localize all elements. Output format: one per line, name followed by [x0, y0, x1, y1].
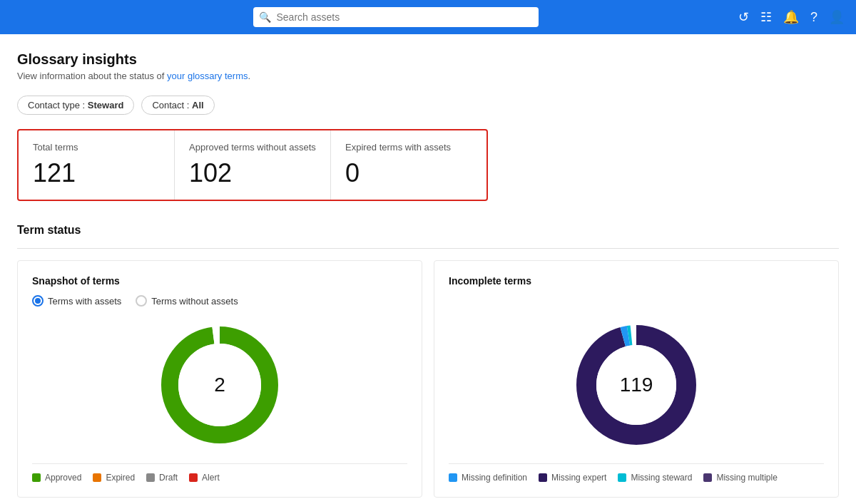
legend-missing-steward-label: Missing steward — [631, 473, 692, 483]
header-actions: ↺ ☷ 🔔 ? 👤 — [738, 9, 845, 25]
stats-container: Total terms 121 Approved terms without a… — [17, 129, 488, 201]
filter-contact[interactable]: Contact : All — [141, 96, 214, 115]
section-divider — [17, 248, 839, 249]
page-title: Glossary insights — [17, 51, 839, 68]
legend-missing-definition: Missing definition — [449, 473, 527, 483]
bell-icon[interactable]: 🔔 — [783, 9, 799, 25]
incomplete-legend: Missing definition Missing expert Missin… — [449, 463, 824, 483]
legend-missing-expert-label: Missing expert — [551, 473, 606, 483]
search-icon: 🔍 — [259, 11, 271, 23]
stat-approved-terms: Approved terms without assets 102 — [175, 130, 331, 200]
glossary-terms-link[interactable]: your glossary terms — [167, 71, 248, 81]
legend-missing-steward-swatch — [618, 473, 626, 482]
term-status-title: Term status — [17, 224, 839, 237]
stat-total-terms: Total terms 121 — [19, 130, 175, 200]
stat-expired-terms: Expired terms with assets 0 — [331, 130, 486, 200]
term-status-section: Term status Snapshot of terms Terms with… — [17, 224, 839, 498]
legend-expired-label: Expired — [106, 473, 135, 483]
charts-row: Snapshot of terms Terms with assets Term… — [17, 260, 839, 498]
app-header: 🔍 ↺ ☷ 🔔 ? 👤 — [0, 0, 856, 34]
incomplete-donut-wrap: 119 — [449, 321, 824, 449]
legend-missing-definition-swatch — [449, 473, 457, 482]
back-icon[interactable]: ↺ — [738, 9, 749, 25]
snapshot-donut: 2 — [156, 321, 284, 449]
legend-draft-swatch — [146, 473, 155, 482]
snapshot-legend: Approved Expired Draft Alert — [32, 463, 407, 483]
legend-approved: Approved — [32, 473, 81, 483]
stat-expired-terms-label: Expired terms with assets — [345, 142, 472, 153]
stat-approved-terms-value: 102 — [189, 158, 316, 188]
incomplete-donut: 119 — [572, 321, 700, 449]
stat-approved-terms-label: Approved terms without assets — [189, 142, 316, 153]
legend-alert: Alert — [189, 473, 220, 483]
stat-expired-terms-value: 0 — [345, 158, 472, 188]
filter-row: Contact type : Steward Contact : All — [17, 96, 839, 115]
snapshot-donut-wrap: 2 — [32, 321, 407, 449]
incomplete-panel: Incomplete terms — [434, 260, 839, 498]
legend-expired-swatch — [93, 473, 101, 482]
legend-alert-label: Alert — [202, 473, 220, 483]
person-icon[interactable]: 👤 — [829, 9, 845, 25]
legend-missing-multiple-swatch — [703, 473, 712, 482]
grid-icon[interactable]: ☷ — [760, 9, 772, 25]
snapshot-radio-group: Terms with assets Terms without assets — [32, 295, 407, 307]
snapshot-donut-center: 2 — [214, 374, 225, 396]
legend-missing-multiple-label: Missing multiple — [716, 473, 777, 483]
incomplete-donut-center: 119 — [620, 374, 653, 396]
page-content: Glossary insights View information about… — [0, 34, 856, 498]
help-icon[interactable]: ? — [810, 10, 817, 25]
legend-draft: Draft — [146, 473, 178, 483]
incomplete-panel-title: Incomplete terms — [449, 275, 824, 287]
radio-terms-with-assets-label: Terms with assets — [48, 296, 121, 307]
radio-terms-with-assets-circle — [32, 295, 44, 307]
snapshot-panel: Snapshot of terms Terms with assets Term… — [17, 260, 422, 498]
legend-missing-expert-swatch — [539, 473, 547, 482]
legend-missing-steward: Missing steward — [618, 473, 692, 483]
snapshot-panel-title: Snapshot of terms — [32, 275, 407, 287]
radio-terms-with-assets[interactable]: Terms with assets — [32, 295, 121, 307]
radio-terms-without-assets-circle — [136, 295, 147, 307]
legend-missing-definition-label: Missing definition — [462, 473, 527, 483]
legend-approved-label: Approved — [45, 473, 81, 483]
search-input[interactable] — [253, 7, 539, 27]
legend-approved-swatch — [32, 473, 41, 482]
legend-draft-label: Draft — [159, 473, 178, 483]
radio-terms-without-assets-label: Terms without assets — [151, 296, 238, 307]
stat-total-terms-value: 121 — [33, 158, 160, 188]
stat-total-terms-label: Total terms — [33, 142, 160, 153]
legend-missing-multiple: Missing multiple — [703, 473, 777, 483]
legend-missing-expert: Missing expert — [539, 473, 606, 483]
page-subtitle: View information about the status of you… — [17, 71, 839, 81]
search-container: 🔍 — [253, 7, 539, 27]
legend-alert-swatch — [189, 473, 198, 482]
filter-contact-type[interactable]: Contact type : Steward — [17, 96, 134, 115]
legend-expired: Expired — [93, 473, 135, 483]
radio-terms-without-assets[interactable]: Terms without assets — [136, 295, 238, 307]
